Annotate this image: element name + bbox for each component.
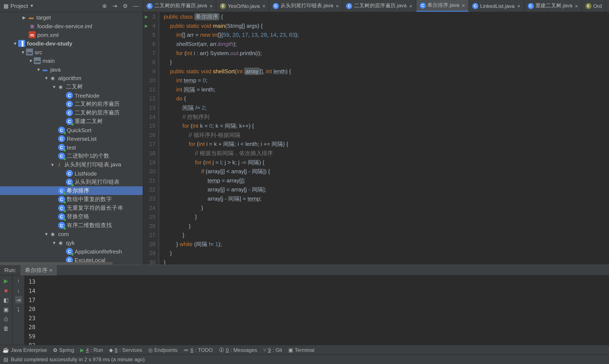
todo-tab[interactable]: ≔ 6: TODO xyxy=(183,347,213,353)
tab-label: 二叉树的层序遍历.java xyxy=(354,2,407,9)
services-tab[interactable]: ◆ 8: Services xyxy=(109,347,142,353)
tree-item-com[interactable]: ◉com xyxy=(0,230,143,238)
tree-item-listnode[interactable]: CListNode xyxy=(0,169,143,178)
tree-item-java[interactable]: ▬java xyxy=(0,65,143,74)
tree-item-quicksort[interactable]: CQuickSort xyxy=(0,126,143,134)
run-output[interactable]: 13 14 17 20 23 28 59 83 xyxy=(24,275,609,352)
tree-item-target[interactable]: ▬target xyxy=(0,13,143,22)
file-icon: E xyxy=(585,3,592,9)
run-tab[interactable]: ▶ 4: Run xyxy=(80,347,103,353)
editor-tabs: C二叉树的前序遍历.java×EYesOrNo.java×C从头到尾打印链表.j… xyxy=(143,0,609,12)
run-title: Run: xyxy=(0,267,21,273)
close-icon[interactable]: × xyxy=(575,3,578,9)
tree-item-main[interactable]: ▬main xyxy=(0,56,143,65)
tree-item-qianxu[interactable]: C二叉树的前序遍历 xyxy=(0,100,143,108)
messages-tab[interactable]: 🛈 0: Messages xyxy=(219,347,257,353)
project-tree[interactable]: ▬target ▣foodie-dev-service.iml mpom.xml… xyxy=(0,12,143,265)
up-icon[interactable]: ↑ xyxy=(15,277,22,284)
tree-item-youxu[interactable]: C有序二维数组查找 xyxy=(0,221,143,230)
tree-item-reverselist[interactable]: CReverseList xyxy=(0,134,143,143)
tree-item-treenode[interactable]: CTreeNode xyxy=(0,91,143,100)
tree-item-qyk[interactable]: ◉qyk xyxy=(0,238,143,247)
project-tool-header: ▦ Project ▼ ⊕ ⇥ ⚙ — xyxy=(0,0,143,12)
code-editor[interactable]: public class 希尔排序 { public static void m… xyxy=(159,12,609,265)
project-title: Project xyxy=(11,2,28,9)
close-icon[interactable]: × xyxy=(336,3,339,9)
tree-item-linklist[interactable]: C从头到尾打印链表 xyxy=(0,178,143,186)
close-icon[interactable]: × xyxy=(409,3,412,9)
editor-tab[interactable]: EOrd xyxy=(582,0,606,12)
file-icon: C xyxy=(528,3,533,9)
tab-label: Ord xyxy=(593,3,602,9)
down-icon[interactable]: ↓ xyxy=(15,287,22,294)
tab-label: 重建二叉树.java xyxy=(535,2,572,9)
dump-icon[interactable]: ◧ xyxy=(2,296,9,303)
close-icon[interactable]: × xyxy=(210,3,213,9)
collapse-icon[interactable]: ⇥ xyxy=(111,2,118,9)
tab-label: LinkedList.java xyxy=(480,3,514,9)
editor-tab[interactable]: C重建二叉树.java× xyxy=(524,0,582,12)
tree-item-pom[interactable]: mpom.xml xyxy=(0,30,143,39)
endpoints-tab[interactable]: ◎ Endpoints xyxy=(148,347,177,353)
tab-label: 二叉树的前序遍历.java xyxy=(154,2,207,9)
status-bar: ▤ Build completed successfully in 2 s 97… xyxy=(0,354,609,364)
chevron-down-icon[interactable]: ▼ xyxy=(30,3,34,8)
git-tab[interactable]: ⑂ 9: Git xyxy=(263,347,282,353)
file-icon: E xyxy=(220,3,226,9)
tree-item-ecs[interactable]: ◉二叉树 xyxy=(0,82,143,91)
run-config-tab[interactable]: 希尔排序 × xyxy=(21,265,57,275)
tab-label: 希尔排序.java xyxy=(427,2,459,9)
status-message: Build completed successfully in 2 s 978 … xyxy=(11,356,145,362)
editor-tab[interactable]: EYesOrNo.java× xyxy=(217,0,270,12)
stop-icon[interactable]: ■ xyxy=(2,287,9,294)
tree-item-wuchong[interactable]: C无重复字符的最长子串 xyxy=(0,204,143,212)
tree-item-chongjian[interactable]: C重建二叉树 xyxy=(0,117,143,126)
tree-item-tihuan[interactable]: C替换空格 xyxy=(0,212,143,221)
run-toolbar-left: ▶ ■ ◧ ▣ ⎙ 🗑 xyxy=(0,275,12,352)
wrap-icon[interactable]: ⇥ xyxy=(15,296,22,303)
pin-icon[interactable]: ⎙ xyxy=(2,315,9,322)
java-enterprise-tab[interactable]: ☕ Java Enterprise xyxy=(2,347,47,353)
tree-item-apprefresh[interactable]: CApplicationRefresh xyxy=(0,247,143,256)
close-icon[interactable]: × xyxy=(262,3,265,9)
editor-tab[interactable]: C从头到尾打印链表.java× xyxy=(269,0,343,12)
tree-item-study[interactable]: ▐foodie-dev-study xyxy=(0,39,143,48)
tree-item-algorithm[interactable]: ◉algorithm xyxy=(0,74,143,82)
tree-item-xier[interactable]: C希尔排序 xyxy=(0,186,143,195)
trash-icon[interactable]: 🗑 xyxy=(2,325,9,332)
scrollbar-horizontal[interactable] xyxy=(0,262,113,265)
file-icon: C xyxy=(147,3,152,9)
tree-item-iml[interactable]: ▣foodie-dev-service.iml xyxy=(0,22,143,30)
editor-tab[interactable]: C二叉树的前序遍历.java× xyxy=(143,0,217,12)
tab-label: YesOrNo.java xyxy=(228,3,260,9)
close-icon[interactable]: × xyxy=(49,267,52,273)
tree-item-cengxu[interactable]: C二叉树的层序遍历 xyxy=(0,108,143,117)
editor-tab[interactable]: C二叉树的层序遍历.java× xyxy=(343,0,416,12)
file-icon: C xyxy=(420,2,426,8)
tree-item-src[interactable]: ▬src xyxy=(0,48,143,56)
gutter: ▶3▶4567891011121314151617181920212223242… xyxy=(143,12,159,265)
hide-icon[interactable]: — xyxy=(132,2,139,9)
project-icon: ▦ xyxy=(3,2,9,9)
editor-tab[interactable]: C希尔排序.java× xyxy=(416,0,469,12)
gear-icon[interactable]: ⚙ xyxy=(122,2,129,9)
bottom-tool-tabs: ☕ Java Enterprise ✿ Spring ▶ 4: Run ◆ 8:… xyxy=(0,345,609,354)
terminal-tab[interactable]: ▣ Terminal xyxy=(288,347,314,353)
close-icon[interactable]: × xyxy=(462,2,465,8)
layout-icon[interactable]: ▣ xyxy=(2,306,9,313)
tree-item-linklist-java[interactable]: J从头到尾打印链表.java xyxy=(0,160,143,169)
tree-item-erjin[interactable]: C二进制中1的个数 xyxy=(0,152,143,160)
spring-tab[interactable]: ✿ Spring xyxy=(53,347,74,353)
tree-item-shuzuchong[interactable]: C数组中重复的数字 xyxy=(0,195,143,204)
tree-item-test[interactable]: Ctest xyxy=(0,143,143,152)
scroll-icon[interactable]: ⤵ xyxy=(15,306,22,313)
run-panel-header: Run: 希尔排序 × ⚙ — xyxy=(0,265,609,275)
close-icon[interactable]: × xyxy=(517,3,520,9)
status-icon[interactable]: ▤ xyxy=(3,356,8,362)
file-icon: C xyxy=(346,3,352,9)
locate-icon[interactable]: ⊕ xyxy=(101,2,108,9)
editor-tab[interactable]: CLinkedList.java× xyxy=(469,0,524,12)
file-icon: C xyxy=(472,3,478,9)
run-toolbar-left-2: ↑ ↓ ⇥ ⤵ xyxy=(12,275,24,352)
rerun-icon[interactable]: ▶ xyxy=(2,277,9,284)
